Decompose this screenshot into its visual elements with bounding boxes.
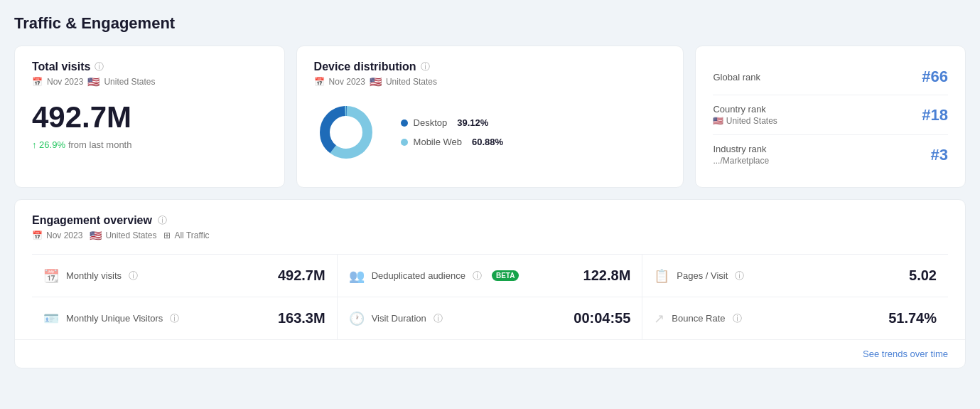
- desktop-dot: [401, 119, 408, 127]
- metrics-grid: 📆 Monthly visits ⓘ 492.7M 🪪 Monthly Uniq…: [32, 254, 948, 339]
- monthly-visits-row: 📆 Monthly visits ⓘ 492.7M: [32, 255, 337, 297]
- visit-duration-label: Visit Duration: [372, 313, 426, 324]
- engagement-title: Engagement overview: [32, 214, 152, 227]
- device-distribution-card: Device distribution ⓘ 📅 Nov 2023 🇺🇸 Unit…: [296, 46, 684, 188]
- flag-icon: 🇺🇸: [87, 76, 99, 87]
- industry-rank-label-group: Industry rank .../Marketplace: [713, 144, 769, 166]
- visit-duration-left: 🕐 Visit Duration ⓘ: [349, 311, 443, 326]
- total-visits-meta: 📅 Nov 2023 🇺🇸 United States: [32, 76, 267, 87]
- mobile-pct: 60.88%: [472, 137, 503, 147]
- country-rank-label: Country rank: [713, 104, 777, 115]
- mobile-dot: [401, 139, 408, 146]
- monthly-unique-icon: 🪪: [43, 311, 59, 326]
- monthly-unique-row: 🪪 Monthly Unique Visitors ⓘ 163.3M: [32, 297, 337, 339]
- industry-rank-row: Industry rank .../Marketplace #3: [713, 135, 948, 174]
- device-title: Device distribution: [314, 60, 416, 73]
- engagement-flag-icon: 🇺🇸: [90, 230, 102, 241]
- pages-visit-row: 📋 Pages / Visit ⓘ 5.02: [642, 255, 948, 297]
- change-arrow: ↑ 26.9%: [32, 139, 65, 150]
- engagement-calendar-icon: 📅: [32, 230, 43, 240]
- industry-rank-value: #3: [931, 146, 948, 164]
- visit-duration-info[interactable]: ⓘ: [434, 312, 443, 325]
- country-rank-label-group: Country rank 🇺🇸 United States: [713, 104, 777, 126]
- country-rank-value: #18: [922, 106, 948, 124]
- device-calendar-icon: 📅: [314, 77, 325, 87]
- page-container: Traffic & Engagement Total visits ⓘ 📅 No…: [0, 0, 980, 409]
- pages-visit-icon: 📋: [654, 268, 669, 284]
- pages-visit-left: 📋 Pages / Visit ⓘ: [654, 268, 744, 284]
- top-cards-row: Total visits ⓘ 📅 Nov 2023 🇺🇸 United Stat…: [14, 46, 966, 188]
- desktop-label: Desktop: [414, 117, 448, 128]
- pages-visit-label: Pages / Visit: [677, 270, 728, 281]
- desktop-legend-item: Desktop 39.12%: [401, 117, 504, 128]
- visit-duration-value: 00:04:55: [574, 310, 630, 326]
- total-visits-info-icon[interactable]: ⓘ: [95, 60, 104, 73]
- engagement-country: United States: [105, 230, 156, 240]
- bounce-rate-label: Bounce Rate: [672, 313, 725, 324]
- engagement-date: Nov 2023: [46, 230, 82, 240]
- bounce-rate-info[interactable]: ⓘ: [733, 312, 742, 325]
- engagement-country-item: 🇺🇸 United States: [90, 230, 156, 241]
- device-meta: 📅 Nov 2023 🇺🇸 United States: [314, 76, 667, 87]
- dedup-audience-icon: 👥: [349, 268, 365, 284]
- dedup-audience-label: Deduplicated audience: [372, 270, 465, 281]
- mobile-legend-item: Mobile Web 60.88%: [401, 137, 504, 147]
- page-title: Traffic & Engagement: [14, 14, 966, 33]
- total-visits-date: Nov 2023: [47, 77, 83, 87]
- device-content: Desktop 39.12% Mobile Web 60.88%: [314, 100, 667, 164]
- device-header: Device distribution ⓘ: [314, 60, 667, 73]
- total-visits-title: Total visits: [32, 60, 90, 73]
- total-visits-country: United States: [104, 77, 155, 87]
- visit-duration-icon: 🕐: [349, 311, 365, 326]
- device-country: United States: [386, 77, 437, 87]
- metric-col-1: 📆 Monthly visits ⓘ 492.7M 🪪 Monthly Uniq…: [32, 255, 338, 339]
- engagement-meta: 📅 Nov 2023 🇺🇸 United States ⊞ All Traffi…: [32, 230, 948, 241]
- pages-visit-info[interactable]: ⓘ: [735, 270, 744, 282]
- metric-col-2: 👥 Deduplicated audience ⓘ BETA 122.8M 🕐 …: [338, 255, 643, 339]
- dedup-audience-info[interactable]: ⓘ: [473, 270, 482, 282]
- bounce-rate-value: 51.74%: [888, 310, 937, 326]
- donut-svg: [314, 100, 378, 164]
- change-text: from last month: [68, 139, 132, 150]
- bounce-rate-left: ↗ Bounce Rate ⓘ: [654, 311, 741, 326]
- monthly-visits-left: 📆 Monthly visits ⓘ: [43, 268, 138, 284]
- pages-visit-value: 5.02: [909, 267, 937, 284]
- bounce-rate-icon: ↗: [654, 311, 664, 326]
- device-date: Nov 2023: [329, 77, 365, 87]
- monthly-unique-label: Monthly Unique Visitors: [66, 313, 163, 324]
- total-visits-card: Total visits ⓘ 📅 Nov 2023 🇺🇸 United Stat…: [14, 46, 285, 188]
- engagement-date-item: 📅 Nov 2023: [32, 230, 82, 240]
- monthly-visits-icon: 📆: [43, 268, 59, 284]
- dedup-audience-row: 👥 Deduplicated audience ⓘ BETA 122.8M: [338, 255, 642, 297]
- see-trends-link[interactable]: See trends over time: [15, 339, 965, 368]
- engagement-header: Engagement overview ⓘ: [32, 214, 948, 227]
- country-rank-sub: 🇺🇸 United States: [713, 116, 777, 126]
- engagement-traffic-item: ⊞ All Traffic: [163, 230, 209, 240]
- country-rank-row: Country rank 🇺🇸 United States #18: [713, 95, 948, 135]
- engagement-info-icon[interactable]: ⓘ: [158, 214, 167, 227]
- visit-duration-row: 🕐 Visit Duration ⓘ 00:04:55: [338, 297, 642, 339]
- device-info-icon[interactable]: ⓘ: [421, 60, 430, 73]
- dedup-audience-value: 122.8M: [583, 267, 631, 284]
- calendar-icon: 📅: [32, 77, 43, 87]
- donut-chart: [314, 100, 378, 164]
- metric-col-3: 📋 Pages / Visit ⓘ 5.02 ↗ Bounce Rate ⓘ 5…: [642, 255, 948, 339]
- engagement-traffic: All Traffic: [174, 230, 209, 240]
- monthly-unique-value: 163.3M: [278, 310, 325, 326]
- desktop-pct: 39.12%: [457, 117, 488, 128]
- engagement-section: Engagement overview ⓘ 📅 Nov 2023 🇺🇸 Unit…: [14, 199, 966, 368]
- bounce-rate-row: ↗ Bounce Rate ⓘ 51.74%: [642, 297, 948, 339]
- monthly-visits-value: 492.7M: [278, 267, 325, 284]
- beta-badge: BETA: [492, 270, 519, 281]
- industry-rank-sub: .../Marketplace: [713, 156, 769, 166]
- global-rank-value: #66: [922, 68, 948, 86]
- dedup-audience-left: 👥 Deduplicated audience ⓘ BETA: [349, 268, 519, 284]
- device-legend: Desktop 39.12% Mobile Web 60.88%: [401, 117, 504, 147]
- monthly-unique-left: 🪪 Monthly Unique Visitors ⓘ: [43, 311, 179, 326]
- device-flag-icon: 🇺🇸: [370, 76, 382, 87]
- monthly-visits-info[interactable]: ⓘ: [129, 270, 138, 282]
- rank-card: Global rank #66 Country rank 🇺🇸 United S…: [695, 46, 966, 188]
- global-rank-row: Global rank #66: [713, 59, 948, 95]
- monthly-unique-info[interactable]: ⓘ: [170, 312, 179, 325]
- traffic-split-icon: ⊞: [163, 230, 171, 240]
